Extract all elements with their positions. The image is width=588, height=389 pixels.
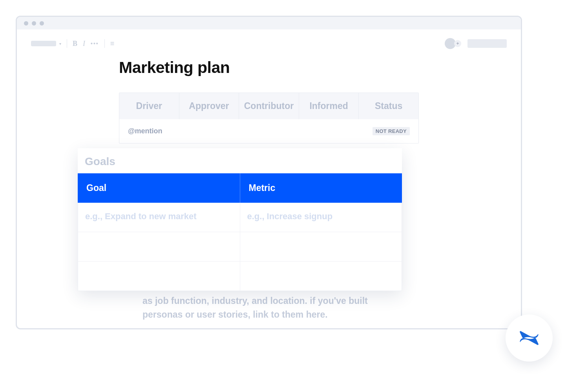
goals-table-row[interactable]: e.g., Expand to new market e.g., Increas… [78,203,402,232]
roles-header-informed: Informed [299,93,359,119]
align-button[interactable]: ≡ [110,40,115,48]
goals-table: Goal Metric e.g., Expand to new market e… [78,173,402,291]
roles-header-status: Status [359,93,418,119]
goals-heading: Goals [78,155,402,173]
collaborators: + [445,38,461,49]
share-button[interactable] [467,39,507,48]
add-collaborator-button[interactable]: + [454,40,461,47]
roles-header-contributor: Contributor [239,93,299,119]
editor-toolbar: ▾ B I ••• ≡ + [17,29,521,53]
style-dropdown[interactable] [31,41,56,46]
roles-table-row[interactable]: @mention NOT READY [119,119,418,143]
goal-cell[interactable]: e.g., Expand to new market [78,203,240,232]
goals-table-row[interactable] [78,262,402,291]
toolbar-divider [67,39,67,48]
metric-cell[interactable] [240,232,402,261]
toolbar-right-group: + [445,38,507,49]
page-title[interactable]: Marketing plan [119,58,419,77]
window-minimize-dot[interactable] [32,21,36,25]
confluence-logo-icon [518,327,541,349]
goals-header-metric: Metric [240,173,402,203]
metric-cell[interactable]: e.g., Increase signup [240,203,402,232]
window-maximize-dot[interactable] [40,21,44,25]
chevron-down-icon[interactable]: ▾ [59,42,61,46]
roles-table: Driver Approver Contributor Informed Sta… [119,93,419,144]
window-close-dot[interactable] [24,21,28,25]
italic-button[interactable]: I [83,40,85,48]
goals-table-header: Goal Metric [78,173,402,203]
window-titlebar [17,17,521,29]
body-paragraph[interactable]: as job function, industry, and location.… [127,294,409,321]
toolbar-left-group: ▾ B I ••• ≡ [31,39,114,48]
confluence-brand-badge [506,314,553,362]
goal-cell[interactable] [78,232,240,261]
mention-placeholder[interactable]: @mention [128,127,163,135]
toolbar-divider [104,39,105,48]
more-format-button[interactable]: ••• [91,40,99,47]
goal-cell[interactable] [78,262,240,291]
status-badge: NOT READY [373,127,410,135]
metric-cell[interactable] [240,262,402,291]
roles-header-approver: Approver [179,93,239,119]
page-content: Marketing plan Driver Approver Contribut… [17,53,521,144]
goals-panel: Goals Goal Metric e.g., Expand to new ma… [78,148,402,291]
roles-table-header: Driver Approver Contributor Informed Sta… [119,93,418,119]
goals-table-row[interactable] [78,232,402,262]
goals-header-goal: Goal [78,173,240,203]
bold-button[interactable]: B [73,40,77,48]
roles-header-driver: Driver [119,93,179,119]
